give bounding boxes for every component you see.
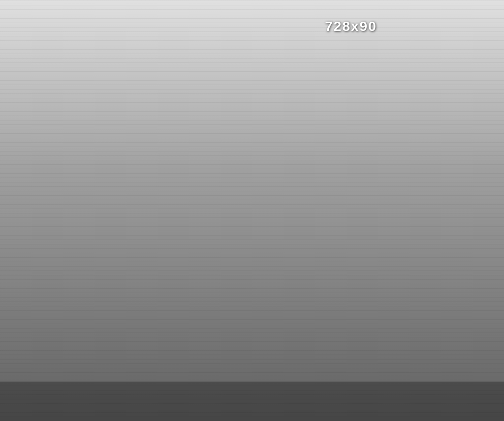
post-thumbnail-3 [335, 325, 486, 389]
post-grid [18, 325, 486, 389]
ad-label: 728x90 [206, 19, 496, 34]
latest-post-section: Latest Post View More ▶ [8, 289, 496, 398]
post-card-3[interactable] [335, 325, 486, 389]
